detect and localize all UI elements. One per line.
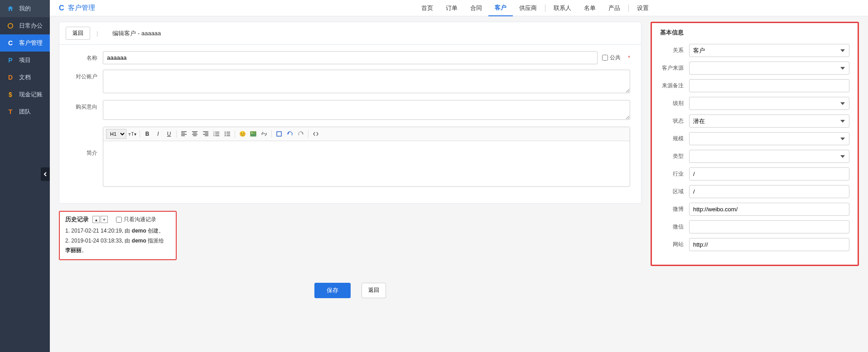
basic-info-title: 基本信息 [660,29,849,37]
history-idx: 2. [65,238,70,244]
history-time: 2019-01-24 03:18:33, [71,238,123,244]
sidebar-item-mine[interactable]: 我的 [0,0,50,17]
history-filter[interactable]: 只看沟通记录 [116,216,156,224]
svg-point-6 [225,135,226,136]
source-note-input[interactable] [689,79,849,92]
form-row-intent: 购买意向 [70,100,630,121]
save-button[interactable]: 保存 [314,283,351,298]
website-input[interactable] [689,238,849,251]
history-by: 由 [125,228,130,234]
wechat-input[interactable] [689,220,849,233]
row-level: 级别 [660,97,849,110]
tab-customer[interactable]: 客户 [488,0,513,16]
sidebar-item-team[interactable]: T 团队 [0,103,50,120]
rte-redo-icon[interactable] [296,129,306,139]
history-header: 历史记录 ▴ + 只看沟通记录 [65,215,170,224]
tab-product[interactable]: 产品 [602,0,627,16]
rte-italic-icon[interactable]: I [153,129,163,139]
sidebar-item-daily[interactable]: 日常办公 [0,17,50,34]
rte-fullscreen-icon[interactable] [274,129,284,139]
form-row-intro: 简介 H1 ᴛT▾ B I U [70,127,630,187]
rte-undo-icon[interactable] [285,129,295,139]
public-checkbox[interactable] [602,55,608,61]
rte-link-icon[interactable] [259,129,269,139]
panel-title: 编辑客户 - aaaaaa [112,29,161,38]
rte-toolbar: H1 ᴛT▾ B I U [103,127,630,141]
rte-emoji-icon[interactable]: 😊 [237,129,247,139]
name-input[interactable] [103,51,598,64]
sidebar-item-cash[interactable]: $ 现金记账 [0,86,50,103]
letter-c-icon: C [6,39,14,47]
industry-input[interactable] [689,167,849,181]
history-idx: 1. [65,228,70,234]
rte-body[interactable] [103,141,630,186]
wechat-label: 微信 [660,223,689,231]
sidebar-item-label: 团队 [19,108,31,116]
row-weibo: 微博 [660,203,849,216]
history-item: 1. 2017-02-21 14:20:19, 由 demo 创建。 [65,226,170,236]
history-filter-checkbox[interactable] [116,217,122,223]
tab-contract[interactable]: 合同 [464,0,488,16]
back-button[interactable]: 返回 [362,283,386,298]
rte-image-icon[interactable] [248,129,258,139]
scale-select[interactable] [689,132,849,145]
rte-ordered-list-icon[interactable]: 123 [212,129,222,139]
sidebar-item-label: 客户管理 [19,39,43,47]
sidebar-collapse-toggle[interactable] [41,167,50,181]
rte-source-icon[interactable] [311,129,321,139]
back-button[interactable]: 返回 [66,27,90,40]
rte-underline-icon[interactable]: U [164,129,174,139]
svg-point-5 [225,133,226,134]
row-website: 网站 [660,238,849,251]
type-select[interactable] [689,150,849,163]
rte-unordered-list-icon[interactable] [222,129,232,139]
letter-t-icon: T [6,108,14,116]
divider [271,130,272,138]
account-label: 对公账户 [70,70,103,81]
weibo-input[interactable] [689,203,849,216]
history-panel: 历史记录 ▴ + 只看沟通记录 1. 2017-02-21 14:20:19, … [59,211,177,260]
rich-text-editor: H1 ᴛT▾ B I U [103,127,630,187]
source-select[interactable] [689,62,849,75]
tab-list[interactable]: 名单 [578,0,602,16]
intent-textarea[interactable] [103,100,630,120]
relation-select[interactable]: 客户 [689,44,849,57]
history-add-icon[interactable]: + [101,216,108,223]
dollar-icon: $ [6,90,14,99]
sidebar-item-doc[interactable]: D 文档 [0,69,50,86]
tab-home[interactable]: 首页 [415,0,439,16]
tab-supplier[interactable]: 供应商 [513,0,543,16]
rte-align-center-icon[interactable] [190,129,200,139]
rte-fontsize-icon[interactable]: ᴛT▾ [127,129,137,139]
svg-rect-9 [277,132,281,136]
scale-label: 规模 [660,135,689,143]
status-select[interactable]: 潜在 [689,114,849,128]
rte-align-left-icon[interactable] [179,129,189,139]
sidebar: 我的 日常办公 C 客户管理 P 项目 D 文档 $ 现金记账 T 团队 [0,0,50,304]
row-scale: 规模 [660,132,849,145]
letter-c-icon: C [59,4,64,12]
svg-point-4 [225,132,226,133]
divider [176,130,177,138]
region-input[interactable] [689,185,849,198]
tab-settings[interactable]: 设置 [631,0,655,16]
history-collapse-icon[interactable]: ▴ [92,216,100,223]
public-checkbox-label[interactable]: 公共 [602,54,621,62]
svg-text:3: 3 [213,134,215,137]
topbar-nav: 首页 订单 合同 客户 供应商 联系人 名单 产品 设置 [415,0,655,16]
type-label: 类型 [660,152,689,160]
sidebar-item-project[interactable]: P 项目 [0,52,50,69]
svg-point-8 [251,133,252,133]
rte-align-right-icon[interactable] [201,129,211,139]
sidebar-item-customer[interactable]: C 客户管理 [0,34,50,52]
tab-order[interactable]: 订单 [439,0,464,16]
divider: | [96,30,98,37]
letter-d-icon: D [6,73,14,81]
panel-title-prefix: 编辑客户 - [112,30,141,37]
main: 返回 | 编辑客户 - aaaaaa 名称 公共 * [50,16,868,304]
rte-bold-icon[interactable]: B [142,129,152,139]
level-select[interactable] [689,97,849,110]
account-textarea[interactable] [103,70,630,93]
tab-contact[interactable]: 联系人 [547,0,578,16]
rte-heading-select[interactable]: H1 [106,129,126,139]
